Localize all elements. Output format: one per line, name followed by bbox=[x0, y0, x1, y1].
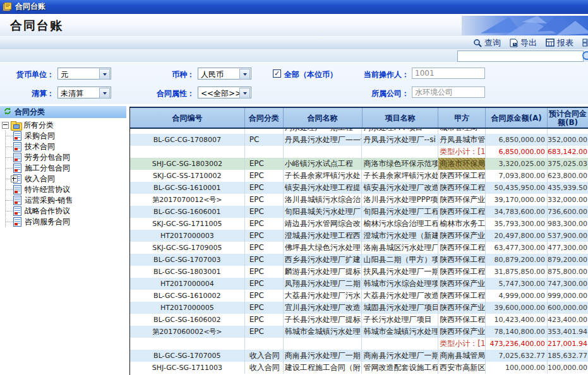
chevron-down-icon[interactable] bbox=[239, 88, 250, 98]
sidebar-header[interactable]: 合同分类 bbox=[0, 106, 126, 118]
cell-contract-type: EPC bbox=[245, 230, 284, 242]
col-header-contract-no[interactable]: 合同编号 bbox=[130, 108, 245, 128]
currency-unit-select[interactable]: 元 bbox=[57, 68, 111, 80]
cell-party-a: 陕西环保产业 bbox=[438, 278, 486, 290]
cell-amount-a: 473,236,400.00 bbox=[486, 338, 548, 350]
table-row[interactable]: HT2017000005 EPC 宜川县污水处理厂改造 城固县污水处理厂项目 陕… bbox=[130, 302, 588, 314]
cell-contract-type: EPC bbox=[245, 170, 284, 182]
table-row[interactable]: BL-GC-SG-1707005 收入合同 商南县污水处理厂一期 商南县污水处理… bbox=[130, 350, 588, 362]
cell-amount-a: 35,793,300.00 bbox=[486, 218, 548, 230]
quick-search-go-icon[interactable] bbox=[582, 51, 588, 60]
table-row[interactable]: SKJ-GC-SG-1711005 EPC 靖边县污水管网综合改 榆林污水综合治… bbox=[130, 218, 588, 230]
chevron-down-icon[interactable] bbox=[99, 88, 110, 98]
col-header-project-name[interactable]: 项目名称 bbox=[363, 108, 439, 128]
table-row[interactable]: 类型小计：[15行] 473,236,400.00 217,001.94 bbox=[130, 338, 588, 350]
tree-item-category[interactable]: 咨询服务合同 bbox=[6, 217, 126, 227]
cell-contract-type: EPC bbox=[245, 242, 284, 254]
tree-item-category[interactable]: 特许经营协议 bbox=[6, 184, 126, 195]
query-button[interactable]: 查询 bbox=[469, 36, 505, 49]
company-input[interactable] bbox=[412, 86, 485, 98]
col-header-contract-name[interactable]: 合同名称 bbox=[284, 108, 363, 128]
table-row[interactable]: BL-GC-SG-1803001 EPC 麟游县污水处理厂提标 扶风县污水处理厂… bbox=[130, 266, 588, 278]
collapse-icon[interactable] bbox=[2, 122, 9, 129]
tree-item-category[interactable]: 战略合作协议 bbox=[6, 206, 126, 217]
col-header-amount-b[interactable]: 预计合同金额(B) bbox=[548, 108, 588, 128]
more-tool-button[interactable] bbox=[578, 36, 588, 49]
tree-root-all-categories[interactable]: 所有分类 bbox=[0, 120, 126, 131]
table-row[interactable]: BL-GC-SG-1610001 EPC 镇安县污水处理工程提 镇安县污水处理厂… bbox=[130, 182, 588, 194]
cell-contract-name: 小峪镇污水试点工程 bbox=[284, 158, 363, 170]
cell-contract-name: 建设工程施工合同（附 bbox=[284, 362, 363, 374]
operator-input[interactable] bbox=[412, 68, 485, 79]
contract-doc-icon bbox=[13, 185, 21, 194]
cell-contract-type: EPC bbox=[245, 206, 284, 218]
table-row[interactable]: SHJ-GC-SG-1711003 收入合同 建设工程施工合同（附 管网改造配套… bbox=[130, 362, 588, 374]
settle-select[interactable]: 未清算 bbox=[57, 86, 111, 98]
cell-project-name: 扶风县污水处理厂一期 bbox=[362, 266, 438, 278]
col-header-amount-a[interactable]: 合同原金额(A) bbox=[486, 108, 548, 128]
table-row[interactable]: SKJ-GC-SS-1710002 EPC 子长县余家坪镇污水处 子长县余家坪镇… bbox=[130, 170, 588, 182]
cell-contract-no: SHJ-GC-SG-1803002 bbox=[130, 158, 245, 170]
tree-item-category[interactable]: 采购合同 bbox=[6, 131, 126, 141]
tree-children: 采购合同 技术合同 劳务分包合同 施工分包合同 收入合同 bbox=[5, 131, 126, 227]
search-icon bbox=[473, 39, 482, 47]
table-row[interactable]: BL-GC-SG-1707003 EPC 西乡县污水处理厂扩建 山阳县二期（甲方… bbox=[130, 254, 588, 266]
cell-amount-a: 6,850,000.00 bbox=[486, 146, 548, 158]
cell-amount-b: 435,939.50 bbox=[548, 182, 588, 194]
table-row[interactable]: HT2017000004 EPC 凤翔县污水处理厂二期 韩城市污水综合处理项 陕… bbox=[130, 278, 588, 290]
export-button[interactable]: 导出 bbox=[505, 36, 541, 49]
quick-search-input[interactable] bbox=[457, 51, 584, 62]
page-title: 合同台账 bbox=[10, 18, 63, 34]
tree-item-category[interactable]: 技术合同 bbox=[6, 141, 126, 152]
cell-amount-a: 10,423,400.00 bbox=[486, 314, 548, 326]
tree-item-category[interactable]: 劳务分包合同 bbox=[6, 152, 126, 163]
refresh-icon[interactable] bbox=[4, 107, 11, 117]
cell-amount-b: 747,300.00 bbox=[548, 278, 588, 290]
chevron-down-icon[interactable] bbox=[99, 69, 110, 80]
cell-amount-a: 50,435,950.00 bbox=[486, 182, 548, 194]
col-header-party-a[interactable]: 甲方 bbox=[438, 108, 486, 128]
table-row[interactable]: SKJ-GC-SG-1709005 EPC 佛坪县大绿色污水处理 洛南县城区污水… bbox=[130, 242, 588, 254]
table-row[interactable]: 第2017070012<号> EPC 洛川县城镇污水综合治 洛川县污水处理PPP… bbox=[130, 194, 588, 206]
cell-amount-b: 999,000.00 bbox=[548, 290, 588, 302]
all-base-currency-checkbox[interactable]: ✓ bbox=[273, 69, 281, 78]
settle-value: 未清算 bbox=[61, 88, 99, 99]
currency-select[interactable]: 人民币 bbox=[198, 68, 251, 80]
cell-contract-name: 商南县污水处理厂一期 bbox=[284, 350, 363, 362]
cell-amount-a bbox=[486, 129, 548, 134]
cell-party-a: 陕西环保产业 bbox=[438, 194, 486, 206]
query-button-label: 查询 bbox=[484, 37, 501, 49]
cell-contract-type: EPC bbox=[245, 302, 284, 314]
cell-project-name: 洛川县污水处理PPP项 bbox=[362, 194, 438, 206]
contract-doc-icon bbox=[13, 196, 21, 205]
currency-label: 币种： bbox=[152, 69, 195, 80]
expand-icon[interactable] bbox=[11, 176, 18, 182]
col-header-contract-type[interactable]: 合同分类 bbox=[245, 108, 284, 128]
cell-contract-type: 收入合同 bbox=[245, 362, 284, 374]
table-row[interactable]: BL-GC-SG-1606002 EPC 子长县污水处理厂提标 子长污水处理厂项… bbox=[130, 314, 588, 326]
tree-item-label: 咨询服务合同 bbox=[25, 217, 70, 227]
tree-item-category[interactable]: 施工分包合同 bbox=[6, 163, 126, 174]
tree-item-category[interactable]: 收入合同 bbox=[6, 174, 126, 184]
table-row[interactable]: BL-GC-SG-1610002 EPC 大荔县污水处理厂污水 大荔县污水处理厂… bbox=[130, 290, 588, 302]
table-row[interactable]: SHJ-GC-SG-1803002 EPC 小峪镇污水试点工程 商洛市绿色环保示… bbox=[130, 158, 588, 170]
cell-contract-name: 宜川县污水处理厂改造 bbox=[284, 302, 363, 314]
tree-item-label: 技术合同 bbox=[25, 141, 55, 152]
chevron-down-icon[interactable] bbox=[239, 69, 250, 80]
report-button[interactable]: 报表 bbox=[541, 36, 578, 49]
tree-item-category[interactable]: 运营采购-销售 bbox=[6, 195, 126, 206]
cell-project-name: 大荔县污水处理厂改造 bbox=[362, 290, 438, 302]
cell-project-name: 榆林污水综合治理工程 bbox=[362, 218, 438, 230]
table-row[interactable]: BL-GC-SG-1606001 EPC 旬阳县城关污水处理厂 旬阳县污水处理厂… bbox=[130, 206, 588, 218]
table-row[interactable]: 类型小计：[1行] 6,850,000.00 683,142.00 bbox=[130, 146, 588, 158]
cell-contract-no: SKJ-GC-SS-1710002 bbox=[130, 170, 245, 182]
cell-project-name: 子长县余家坪镇污水处 bbox=[362, 170, 438, 182]
contract-attr-select[interactable]: <<全部>> bbox=[198, 86, 251, 98]
cell-amount-a: 39,600,000.00 bbox=[486, 302, 548, 314]
tree-item-label: 特许经营协议 bbox=[25, 184, 70, 195]
table-row[interactable]: 第2017060002<号> EPC 韩城市金城镇污水处理 韩城市金城镇污水处理… bbox=[130, 326, 588, 338]
cell-contract-type bbox=[245, 129, 284, 134]
table-row[interactable]: HT2017000003 EPC 澄城县污水处理工程西 澄城市污水处理（新建 陕… bbox=[130, 230, 588, 242]
cell-party-a: 陕西环保工程 bbox=[438, 170, 486, 182]
table-row[interactable]: BL-GC-CG-1708007 PC 丹凤县污水处理厂——设 丹凤县污水处理厂… bbox=[130, 134, 588, 146]
